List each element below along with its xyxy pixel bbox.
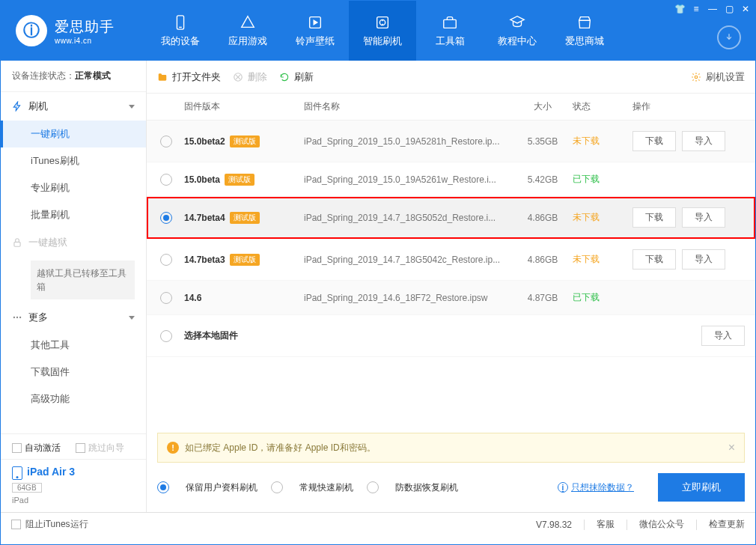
nav-tutorials[interactable]: 教程中心	[484, 1, 551, 61]
app-header: ⓘ 爱思助手 www.i4.cn 我的设备 应用游戏 铃声壁纸 智能刷机 工具箱…	[1, 1, 755, 61]
firmware-version: 15.0beta	[184, 174, 220, 185]
firmware-row[interactable]: 15.0beta2测试版iPad_Spring_2019_15.0_19A528…	[147, 121, 755, 162]
firmware-row[interactable]: 14.6iPad_Spring_2019_14.6_18F72_Restore.…	[147, 281, 755, 315]
download-indicator[interactable]	[717, 25, 741, 49]
open-folder-button[interactable]: 打开文件夹	[157, 70, 221, 84]
maximize-icon[interactable]: ▢	[723, 3, 735, 15]
tshirt-icon[interactable]: 👕	[674, 3, 686, 15]
firmware-row[interactable]: 14.7beta3测试版iPad_Spring_2019_14.7_18G504…	[147, 239, 755, 281]
update-link[interactable]: 检查更新	[709, 518, 745, 531]
app-title: 爱思助手	[55, 17, 115, 37]
firmware-radio[interactable]	[160, 292, 172, 304]
version-label: V7.98.32	[536, 520, 572, 530]
beta-badge: 测试版	[230, 212, 260, 224]
device-icon	[171, 13, 189, 31]
wechat-link[interactable]: 微信公众号	[639, 518, 684, 531]
firmware-radio[interactable]	[160, 174, 172, 186]
sidebar-bottom: 自动激活 跳过向导 iPad Air 3 64GB iPad	[1, 433, 146, 512]
refresh-button[interactable]: 刷新	[279, 70, 314, 84]
jailbreak-note: 越狱工具已转移至工具箱	[31, 261, 135, 299]
sidebar-group-more[interactable]: 更多	[1, 303, 146, 332]
beta-badge: 测试版	[225, 174, 254, 186]
main-nav: 我的设备 应用游戏 铃声壁纸 智能刷机 工具箱 教程中心 爱思商城	[147, 1, 755, 61]
warning-icon: !	[167, 442, 179, 454]
firmware-row[interactable]: 15.0beta测试版iPad_Spring_2019_15.0_19A5261…	[147, 162, 755, 197]
delete-button[interactable]: 删除	[233, 70, 267, 84]
option-anti-recovery[interactable]: 防数据恢复刷机	[367, 481, 458, 494]
minimize-icon[interactable]: —	[707, 3, 719, 15]
warning-bar: ! 如已绑定 Apple ID，请准备好 Apple ID和密码。 ×	[157, 433, 745, 463]
download-button[interactable]: 下载	[632, 207, 676, 228]
skip-guide-checkbox[interactable]	[76, 443, 85, 453]
sidebar-item-itunes-flash[interactable]: iTunes刷机	[1, 147, 146, 174]
option-keep-data[interactable]: 保留用户资料刷机	[157, 481, 257, 494]
toolbox-icon	[441, 13, 459, 31]
menu-icon[interactable]: ≡	[690, 3, 702, 15]
toolbar: 打开文件夹 删除 刷新 刷机设置	[147, 61, 755, 94]
firmware-size: 5.42GB	[513, 174, 573, 185]
firmware-status: 已下载	[573, 291, 632, 304]
radio-local[interactable]	[160, 330, 172, 342]
import-button[interactable]: 导入	[682, 207, 725, 228]
firmware-radio[interactable]	[160, 136, 172, 147]
firmware-status: 未下载	[573, 211, 632, 224]
logo-area: ⓘ 爱思助手 www.i4.cn	[1, 15, 147, 46]
firmware-name: iPad_Spring_2019_15.0_19A5261w_Restore.i…	[304, 174, 513, 185]
firmware-size: 5.35GB	[513, 136, 573, 147]
nav-ringtones[interactable]: 铃声壁纸	[281, 1, 349, 61]
flash-options-bar: 保留用户资料刷机 常规快速刷机 防数据恢复刷机 i只想抹除数据？ 立即刷机	[147, 463, 755, 512]
close-icon[interactable]: ✕	[740, 3, 752, 15]
svg-rect-3	[377, 17, 388, 28]
nav-apps[interactable]: 应用游戏	[214, 1, 281, 61]
sidebar-item-advanced[interactable]: 高级功能	[1, 386, 146, 412]
nav-flash[interactable]: 智能刷机	[349, 1, 416, 61]
local-firmware-row[interactable]: 选择本地固件 导入	[147, 315, 755, 357]
info-icon: i	[558, 482, 568, 493]
col-ops: 操作	[632, 100, 745, 113]
firmware-radio[interactable]	[160, 254, 172, 266]
delete-icon	[233, 72, 243, 82]
import-local-button[interactable]: 导入	[701, 326, 745, 346]
sidebar-item-oneclick-flash[interactable]: 一键刷机	[1, 121, 146, 147]
sidebar-item-batch-flash[interactable]: 批量刷机	[1, 201, 146, 228]
tutorial-icon	[508, 13, 526, 31]
device-storage: 64GB	[12, 483, 42, 493]
firmware-radio[interactable]	[160, 212, 172, 224]
apps-icon	[239, 13, 257, 31]
svg-point-12	[695, 76, 698, 79]
flash-now-button[interactable]: 立即刷机	[658, 473, 745, 502]
firmware-version: 14.7beta4	[184, 213, 225, 223]
option-normal[interactable]: 常规快速刷机	[271, 481, 353, 494]
block-itunes-checkbox[interactable]	[11, 520, 21, 529]
firmware-version: 14.6	[184, 293, 201, 303]
import-button[interactable]: 导入	[682, 131, 725, 151]
col-name: 固件名称	[304, 100, 513, 113]
download-button[interactable]: 下载	[632, 131, 676, 151]
block-itunes-label: 阻止iTunes运行	[25, 518, 88, 531]
nav-toolbox[interactable]: 工具箱	[416, 1, 484, 61]
service-link[interactable]: 客服	[597, 518, 615, 531]
sidebar-group-flash[interactable]: 刷机	[1, 92, 146, 121]
firmware-size: 4.87GB	[513, 293, 573, 303]
window-controls: 👕 ≡ — ▢ ✕	[674, 3, 752, 15]
firmware-version: 15.0beta2	[184, 136, 225, 147]
ipad-icon	[12, 466, 22, 480]
auto-activate-checkbox[interactable]	[12, 443, 22, 453]
nav-store[interactable]: 爱思商城	[551, 1, 618, 61]
erase-data-link[interactable]: i只想抹除数据？	[558, 481, 634, 494]
warning-close-icon[interactable]: ×	[728, 441, 735, 454]
flash-icon	[374, 13, 391, 31]
firmware-row[interactable]: 14.7beta4测试版iPad_Spring_2019_14.7_18G505…	[147, 197, 755, 239]
nav-my-device[interactable]: 我的设备	[147, 1, 214, 61]
sidebar-item-pro-flash[interactable]: 专业刷机	[1, 174, 146, 201]
download-button[interactable]: 下载	[632, 249, 676, 270]
flash-settings-button[interactable]: 刷机设置	[691, 70, 745, 84]
sidebar-item-download-firmware[interactable]: 下载固件	[1, 359, 146, 386]
svg-point-7	[16, 317, 18, 318]
import-button[interactable]: 导入	[682, 249, 725, 270]
col-size: 大小	[513, 100, 573, 113]
firmware-size: 4.86GB	[513, 213, 573, 223]
col-version: 固件版本	[184, 100, 304, 113]
lock-icon	[12, 237, 22, 248]
sidebar-item-other-tools[interactable]: 其他工具	[1, 332, 146, 359]
